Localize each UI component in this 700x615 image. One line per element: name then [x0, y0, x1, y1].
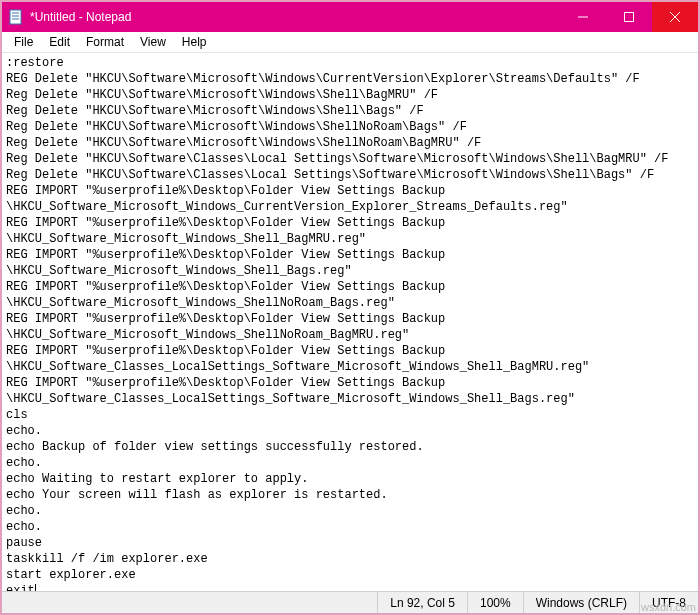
statusbar: Ln 92, Col 5 100% Windows (CRLF) UTF-8 [2, 591, 698, 613]
editor-line: REG Delete "HKCU\Software\Microsoft\Wind… [6, 71, 694, 87]
editor-line: \HKCU_Software_Classes_LocalSettings_Sof… [6, 359, 694, 375]
editor-line: start explorer.exe [6, 567, 694, 583]
editor-line: Reg Delete "HKCU\Software\Microsoft\Wind… [6, 135, 694, 151]
close-icon [670, 12, 680, 22]
close-button[interactable] [652, 2, 698, 32]
editor-line: echo Your screen will flash as explorer … [6, 487, 694, 503]
editor-line: \HKCU_Software_Microsoft_Windows_Current… [6, 199, 694, 215]
window-controls [560, 2, 698, 32]
status-position: Ln 92, Col 5 [377, 592, 467, 613]
editor-line: \HKCU_Software_Classes_LocalSettings_Sof… [6, 391, 694, 407]
editor-line: REG IMPORT "%userprofile%\Desktop\Folder… [6, 183, 694, 199]
editor-line: REG IMPORT "%userprofile%\Desktop\Folder… [6, 311, 694, 327]
maximize-icon [624, 12, 634, 22]
editor-line: \HKCU_Software_Microsoft_Windows_Shell_B… [6, 231, 694, 247]
editor-line: REG IMPORT "%userprofile%\Desktop\Folder… [6, 279, 694, 295]
svg-rect-0 [10, 10, 21, 24]
editor-line: REG IMPORT "%userprofile%\Desktop\Folder… [6, 343, 694, 359]
menubar: File Edit Format View Help [2, 32, 698, 53]
notepad-window: *Untitled - Notepad File Edit Format Vie… [0, 0, 700, 615]
editor-line: echo. [6, 503, 694, 519]
editor-line: Reg Delete "HKCU\Software\Microsoft\Wind… [6, 87, 694, 103]
notepad-icon [8, 9, 24, 25]
editor-line: Reg Delete "HKCU\Software\Microsoft\Wind… [6, 119, 694, 135]
text-caret [35, 584, 36, 591]
status-encoding: UTF-8 [639, 592, 698, 613]
editor-line: pause [6, 535, 694, 551]
editor-line: \HKCU_Software_Microsoft_Windows_Shell_B… [6, 263, 694, 279]
status-lineending: Windows (CRLF) [523, 592, 639, 613]
text-editor[interactable]: :restoreREG Delete "HKCU\Software\Micros… [2, 53, 698, 591]
window-title: *Untitled - Notepad [30, 10, 131, 24]
editor-line: Reg Delete "HKCU\Software\Classes\Local … [6, 167, 694, 183]
status-zoom: 100% [467, 592, 523, 613]
editor-line: echo. [6, 455, 694, 471]
editor-line: REG IMPORT "%userprofile%\Desktop\Folder… [6, 375, 694, 391]
editor-line: Reg Delete "HKCU\Software\Classes\Local … [6, 151, 694, 167]
editor-line: exit [6, 583, 694, 591]
minimize-button[interactable] [560, 2, 606, 32]
editor-line: REG IMPORT "%userprofile%\Desktop\Folder… [6, 215, 694, 231]
editor-line: \HKCU_Software_Microsoft_Windows_ShellNo… [6, 327, 694, 343]
editor-line: cls [6, 407, 694, 423]
menu-view[interactable]: View [132, 33, 174, 51]
menu-help[interactable]: Help [174, 33, 215, 51]
editor-line: echo Backup of folder view settings succ… [6, 439, 694, 455]
editor-line: echo Waiting to restart explorer to appl… [6, 471, 694, 487]
svg-rect-5 [625, 13, 634, 22]
menu-format[interactable]: Format [78, 33, 132, 51]
editor-line: Reg Delete "HKCU\Software\Microsoft\Wind… [6, 103, 694, 119]
titlebar[interactable]: *Untitled - Notepad [2, 2, 698, 32]
editor-line: echo. [6, 519, 694, 535]
menu-edit[interactable]: Edit [41, 33, 78, 51]
minimize-icon [578, 12, 588, 22]
maximize-button[interactable] [606, 2, 652, 32]
menu-file[interactable]: File [6, 33, 41, 51]
editor-line: taskkill /f /im explorer.exe [6, 551, 694, 567]
editor-line: \HKCU_Software_Microsoft_Windows_ShellNo… [6, 295, 694, 311]
editor-line: echo. [6, 423, 694, 439]
editor-line: :restore [6, 55, 694, 71]
editor-line: REG IMPORT "%userprofile%\Desktop\Folder… [6, 247, 694, 263]
